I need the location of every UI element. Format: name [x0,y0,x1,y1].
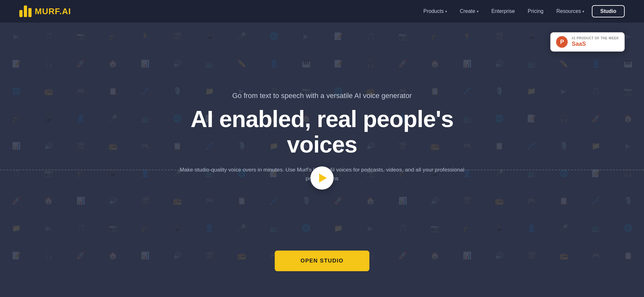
nav-item-products[interactable]: Products ▾ [418,6,452,17]
logo-bar-3 [28,8,32,17]
play-icon [319,173,327,183]
product-hunt-badge[interactable]: P #1 PRODUCT OF THE WEEK SaaS [550,32,625,52]
studio-button[interactable]: Studio [592,5,625,17]
hero-section: ▶ 🎵 📷 🎓 🏃 🎬 📱 🎤 🌐 ▶ 📝 🎵 📷 🎓 🏃 🎬 📱 🎤 🌐 ▶ … [0,23,644,297]
product-hunt-logo: P [556,36,568,48]
chevron-down-icon: ▾ [582,10,584,13]
hero-title: AI enabled, real people's voices [158,106,486,157]
ph-text: #1 PRODUCT OF THE WEEK SaaS [572,36,619,47]
navbar: MURF.AI Products ▾ Create ▾ Enterprise P… [0,0,644,23]
play-button-area [310,166,334,190]
nav-item-create[interactable]: Create ▾ [455,6,484,17]
open-studio-button[interactable]: OPEN STUDIO [275,251,369,271]
cta-area: OPEN STUDIO [275,251,369,271]
hero-subtitle: Go from text to speech with a versatile … [158,92,486,100]
chevron-down-icon: ▾ [477,10,478,13]
logo-icon [19,5,32,17]
logo-text: MURF.AI [35,6,71,16]
nav-item-enterprise[interactable]: Enterprise [486,6,520,17]
nav-item-resources[interactable]: Resources ▾ [551,6,589,17]
logo-bar-1 [19,10,23,17]
chevron-down-icon: ▾ [445,10,447,13]
play-button[interactable] [310,166,334,190]
logo-bar-2 [24,5,27,17]
logo[interactable]: MURF.AI [19,5,71,17]
ph-title: SaaS [572,41,619,47]
nav-item-pricing[interactable]: Pricing [523,6,549,17]
nav-links: Products ▾ Create ▾ Enterprise Pricing R… [418,5,625,17]
ph-subtitle: #1 PRODUCT OF THE WEEK [572,36,619,40]
